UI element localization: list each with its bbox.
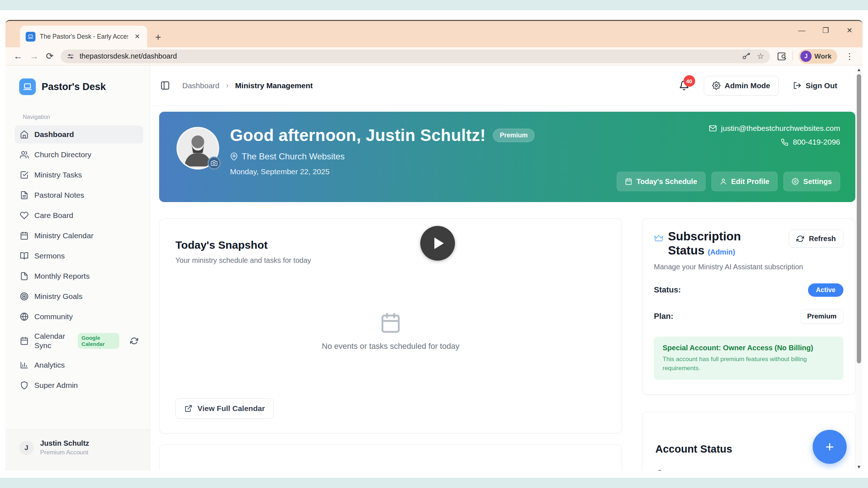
greeting-text: Good afternoon, Justin Schultz! (230, 125, 486, 145)
restore-button[interactable]: ❐ (816, 26, 835, 35)
sync-refresh-icon[interactable] (130, 337, 138, 345)
sidebar-item-calendar-sync[interactable]: Calendar Sync Google Calendar Synced (15, 328, 143, 354)
side-panel-search-icon[interactable] (777, 52, 787, 61)
camera-icon[interactable] (208, 157, 221, 170)
sidebar-item-label: Ministry Tasks (34, 171, 82, 179)
sidebar-item-pastoral-notes[interactable]: Pastoral Notes (15, 186, 143, 204)
sidebar-item-label: Monthly Reports (34, 272, 90, 281)
admin-mode-button[interactable]: Admin Mode (704, 76, 779, 95)
refresh-button[interactable]: Refresh (789, 230, 843, 248)
browser-tab-bar: The Pastor's Desk - Early Acces ✕ + — ❐ … (5, 21, 863, 47)
sidebar-item-label: Church Directory (34, 150, 92, 159)
forward-button[interactable]: → (30, 52, 39, 61)
scroll-down-icon[interactable]: ▼ (857, 463, 861, 471)
url-text[interactable]: thepastorsdesk.net/dashboard (80, 52, 737, 60)
breadcrumb-current: Ministry Management (235, 81, 313, 90)
special-account-title: Special Account: Owner Access (No Billin… (663, 344, 835, 352)
page-scrollbar[interactable]: ▲ ▼ (855, 65, 863, 471)
book-open-icon (20, 252, 29, 260)
browser-menu-icon[interactable]: ⋮ (843, 51, 856, 61)
scroll-up-icon[interactable]: ▲ (857, 65, 861, 73)
sidebar-item-label: Community (34, 312, 73, 321)
new-tab-button[interactable]: + (155, 32, 161, 42)
breadcrumb-chevron-icon: › (226, 81, 229, 90)
brand[interactable]: Pastor's Desk (5, 65, 150, 99)
gear-icon (792, 178, 799, 185)
partially-visible-card (159, 444, 622, 471)
sidebar-item-ministry-calendar[interactable]: Ministry Calendar (15, 227, 143, 245)
sidebar-item-church-directory[interactable]: Church Directory (15, 146, 143, 164)
sidebar-item-label: Dashboard (34, 130, 74, 139)
shield-icon (20, 381, 29, 390)
sign-out-label: Sign Out (806, 81, 838, 90)
check-square-icon (20, 171, 29, 179)
tune-icon[interactable] (67, 52, 75, 60)
settings-label: Settings (803, 177, 832, 186)
sidebar-item-analytics[interactable]: Analytics (15, 356, 143, 374)
sidebar-item-super-admin[interactable]: Super Admin (15, 376, 143, 394)
desktop-edge-bottom (0, 478, 868, 488)
todays-schedule-button[interactable]: Today's Schedule (617, 172, 706, 191)
user-phone: 800-419-2096 (793, 138, 840, 146)
address-bar[interactable]: thepastorsdesk.net/dashboard ☆ (61, 50, 770, 63)
browser-profile-chip[interactable]: J Work (799, 49, 837, 64)
sidebar-item-label: Ministry Calendar (34, 231, 93, 240)
premium-badge: Premium (493, 129, 535, 142)
bookmark-star-icon[interactable]: ☆ (757, 52, 764, 61)
sidebar-item-care-board[interactable]: Care Board (15, 206, 143, 224)
edit-profile-label: Edit Profile (731, 177, 770, 186)
status-label: Status: (654, 285, 681, 295)
calendar-sync-status-badge: Google Calendar Synced (78, 333, 119, 349)
sidebar-item-ministry-tasks[interactable]: Ministry Tasks (15, 166, 143, 184)
subscription-status-card: Subscription Status (Admin) Refresh Mana… (642, 218, 855, 395)
play-icon (434, 237, 444, 249)
edit-profile-button[interactable]: Edit Profile (711, 172, 778, 191)
user-name: Justin Schultz (40, 439, 89, 448)
subscription-subtitle: Manage your Ministry AI Assistant subscr… (654, 263, 843, 271)
notifications-bell-icon[interactable]: 40 (679, 80, 689, 91)
password-key-icon[interactable] (742, 52, 750, 61)
admin-mode-label: Admin Mode (725, 81, 770, 90)
sidebar-item-sermons[interactable]: Sermons (15, 247, 143, 265)
sign-out-button[interactable]: Sign Out (790, 81, 841, 90)
admin-tag: (Admin) (708, 248, 735, 256)
sidebar-item-community[interactable]: Community (15, 308, 143, 326)
person-icon (720, 178, 727, 185)
main-area: Dashboard › Ministry Management 40 Admin… (150, 65, 863, 471)
account-plan-label: Plan: (669, 470, 688, 471)
sidebar-toggle-icon[interactable] (160, 81, 170, 90)
map-pin-icon (230, 153, 238, 160)
sidebar: Pastor's Desk Navigation Dashboard Churc… (5, 65, 150, 471)
video-play-button[interactable] (420, 226, 455, 261)
user-plan: Premium Account (40, 449, 89, 456)
back-button[interactable]: ← (13, 52, 22, 61)
window-controls: — ❐ ✕ (792, 26, 859, 35)
sidebar-item-monthly-reports[interactable]: Monthly Reports (15, 267, 143, 285)
settings-button[interactable]: Settings (783, 172, 840, 191)
desktop-edge-top (0, 0, 868, 10)
profile-photo[interactable] (176, 127, 219, 170)
floating-add-button[interactable]: + (813, 430, 847, 464)
view-full-calendar-button[interactable]: View Full Calendar (175, 398, 274, 419)
todays-schedule-label: Today's Schedule (637, 177, 697, 186)
tab-favicon-laptop-icon (26, 32, 35, 42)
sidebar-item-dashboard[interactable]: Dashboard (15, 125, 143, 144)
sidebar-item-label: Care Board (34, 211, 73, 220)
toolbar-divider (792, 52, 793, 61)
sidebar-user-card[interactable]: J Justin Schultz Premium Account (5, 429, 150, 471)
sidebar-item-ministry-goals[interactable]: Ministry Goals (15, 287, 143, 305)
sidebar-item-label: Calendar Sync (34, 331, 72, 351)
app-root: Pastor's Desk Navigation Dashboard Churc… (5, 65, 863, 471)
browser-profile-name: Work (814, 52, 831, 60)
tab-close-icon[interactable]: ✕ (132, 32, 142, 41)
sidebar-item-label: Pastoral Notes (34, 191, 84, 200)
browser-tab[interactable]: The Pastor's Desk - Early Acces ✕ (20, 26, 147, 47)
page-content: Good afternoon, Justin Schultz! Premium … (150, 106, 863, 471)
reload-button[interactable]: ⟳ (46, 52, 54, 61)
breadcrumb-root[interactable]: Dashboard (182, 81, 220, 90)
close-window-button[interactable]: ✕ (840, 26, 859, 35)
minimize-button[interactable]: — (792, 26, 811, 35)
phone-icon (781, 138, 788, 146)
toolbar-right-cluster: J Work ⋮ (777, 49, 856, 64)
scrollbar-thumb[interactable] (857, 74, 861, 363)
